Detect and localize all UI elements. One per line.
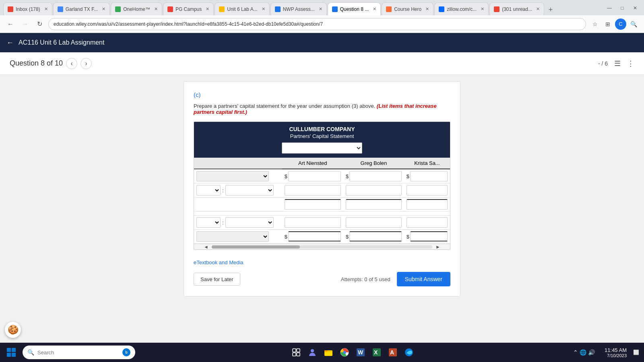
- network-icon[interactable]: 🌐: [580, 349, 586, 356]
- row6-krista-input[interactable]: [410, 231, 448, 242]
- row3-art-input[interactable]: [285, 199, 341, 210]
- tab-zillow[interactable]: zillow.com/c... ✕: [434, 2, 489, 15]
- row1-art-input[interactable]: [288, 171, 341, 181]
- svg-point-13: [343, 351, 346, 354]
- taskbar-search-bar[interactable]: 🔍 b: [23, 346, 135, 359]
- tab-close-icon[interactable]: ✕: [319, 6, 322, 12]
- tab-favicon: [439, 6, 444, 12]
- tab-favicon: [115, 6, 121, 12]
- tab-close-icon[interactable]: ✕: [481, 6, 484, 12]
- start-button[interactable]: [3, 344, 19, 360]
- row1-krista-input[interactable]: [410, 171, 448, 181]
- tab-close-icon[interactable]: ✕: [102, 6, 105, 12]
- row5-krista-input[interactable]: [407, 217, 448, 228]
- dollar-sign: $: [346, 234, 349, 240]
- app-back-button[interactable]: ←: [6, 39, 14, 47]
- address-input[interactable]: [48, 18, 586, 30]
- restore-button[interactable]: □: [617, 2, 628, 14]
- system-clock[interactable]: 11:45 AM 7/10/2023: [601, 347, 630, 358]
- cookie-consent-icon[interactable]: 🍪: [5, 322, 21, 338]
- tab-label: Course Hero: [394, 6, 421, 12]
- row3-greg-cell: [343, 197, 404, 212]
- tab-label: Garland TX F...: [66, 6, 98, 12]
- back-button[interactable]: ←: [5, 19, 16, 30]
- list-view-icon[interactable]: ☰: [614, 59, 621, 68]
- tab-onehome[interactable]: OneHome™ ✕: [111, 2, 162, 15]
- tab-close-icon[interactable]: ✕: [154, 6, 158, 12]
- tab-close-icon[interactable]: ✕: [206, 6, 209, 12]
- row2-left-dropdown[interactable]: Add Less: [196, 185, 221, 195]
- period-dropdown[interactable]: For the Year Ended December 31, 2022 For…: [282, 142, 362, 154]
- row2-greg-cell: [343, 183, 404, 197]
- task-view-icon[interactable]: [289, 345, 303, 360]
- row3-greg-input[interactable]: [346, 199, 402, 210]
- bookmark-icon[interactable]: ☆: [589, 19, 601, 30]
- tab-pg[interactable]: PG Campus ✕: [163, 2, 214, 15]
- save-later-button[interactable]: Save for Later: [194, 273, 240, 286]
- edge-icon[interactable]: [402, 345, 416, 360]
- tab-close-icon[interactable]: ✕: [536, 6, 540, 12]
- row6-art-input[interactable]: [288, 231, 341, 242]
- excel-icon[interactable]: X: [369, 345, 384, 360]
- chrome-icon[interactable]: [337, 345, 352, 360]
- row6-label-dropdown[interactable]: Capital, Jan 1 Net Income Drawings Capit…: [196, 231, 269, 242]
- row2-art-input[interactable]: [285, 185, 341, 195]
- word-icon[interactable]: W: [353, 345, 368, 360]
- tab-close-icon[interactable]: ✕: [44, 6, 48, 12]
- file-explorer-icon[interactable]: [321, 345, 336, 360]
- tab-coursehero[interactable]: Course Hero ✕: [382, 2, 433, 15]
- powerpoint-icon[interactable]: A: [386, 345, 400, 360]
- forward-button[interactable]: →: [19, 19, 31, 30]
- tab-favicon: [8, 6, 13, 12]
- submit-answer-button[interactable]: Submit Answer: [397, 272, 450, 286]
- extensions-icon[interactable]: ⊞: [602, 19, 613, 30]
- tab-bar: Inbox (178) ✕ Garland TX F... ✕ OneHome™…: [0, 0, 644, 15]
- row5-right-dropdown[interactable]: Net Income Drawings: [225, 217, 274, 228]
- tab-label: Inbox (178): [16, 6, 40, 12]
- reload-button[interactable]: ↻: [34, 19, 45, 30]
- tab-301[interactable]: (301 unread... ✕: [489, 2, 544, 15]
- row1-label-dropdown[interactable]: Capital, Jan 1 Net Income Drawings Capit…: [196, 171, 269, 181]
- row5-art-input[interactable]: [285, 217, 341, 228]
- row5-greg-input[interactable]: [346, 217, 402, 228]
- section-label[interactable]: (c): [194, 91, 201, 98]
- prev-question-button[interactable]: ‹: [66, 58, 77, 69]
- etextbook-link[interactable]: eTextbook and Media: [194, 259, 244, 265]
- statement-wrapper: CULLUMBER COMPANY Partners' Capital Stat…: [194, 121, 450, 250]
- more-options-icon[interactable]: ⋮: [627, 59, 634, 68]
- row6-greg-input[interactable]: [349, 231, 402, 242]
- new-tab-button[interactable]: +: [545, 4, 556, 15]
- profile-icon[interactable]: C: [615, 19, 626, 30]
- row2-krista-cell: [404, 183, 450, 197]
- tab-close-icon[interactable]: ✕: [262, 6, 265, 12]
- notifications-icon[interactable]: ⬜: [633, 350, 641, 355]
- row3-label-cell: [194, 197, 282, 212]
- svg-rect-3: [12, 353, 16, 357]
- tab-nwp[interactable]: NWP Assess... ✕: [270, 2, 327, 15]
- scroll-right-arrow[interactable]: ►: [436, 244, 440, 250]
- teams-icon[interactable]: [305, 345, 320, 360]
- horizontal-scrollbar[interactable]: ◄ ►: [194, 244, 450, 249]
- chevron-up-icon[interactable]: ⌃: [573, 349, 578, 356]
- tab-garland[interactable]: Garland TX F... ✕: [53, 2, 110, 15]
- close-button[interactable]: ✕: [630, 2, 641, 14]
- tab-close-icon[interactable]: ✕: [373, 6, 376, 12]
- next-question-button[interactable]: ›: [80, 58, 92, 69]
- tab-question8[interactable]: Question 8 ... ✕: [328, 2, 381, 15]
- row2-krista-input[interactable]: [407, 185, 448, 195]
- tab-unit6[interactable]: Unit 6 Lab A... ✕: [215, 2, 269, 15]
- minimize-button[interactable]: —: [604, 2, 615, 14]
- row6-art-cell: $: [282, 230, 343, 244]
- row3-krista-input[interactable]: [407, 199, 448, 210]
- row5-left-dropdown[interactable]: Add Less: [196, 217, 221, 228]
- row2-right-dropdown[interactable]: Net Income Drawings: [225, 185, 274, 195]
- question-label: Question 8 of 10: [10, 59, 63, 68]
- taskbar-search-input[interactable]: [37, 350, 119, 356]
- search-icon[interactable]: 🔍: [628, 19, 639, 30]
- scroll-left-arrow[interactable]: ◄: [204, 244, 208, 250]
- volume-icon[interactable]: 🔊: [588, 349, 595, 356]
- tab-inbox[interactable]: Inbox (178) ✕: [3, 2, 52, 15]
- row2-greg-input[interactable]: [346, 185, 402, 195]
- row1-greg-input[interactable]: [349, 171, 402, 181]
- tab-close-icon[interactable]: ✕: [425, 6, 429, 12]
